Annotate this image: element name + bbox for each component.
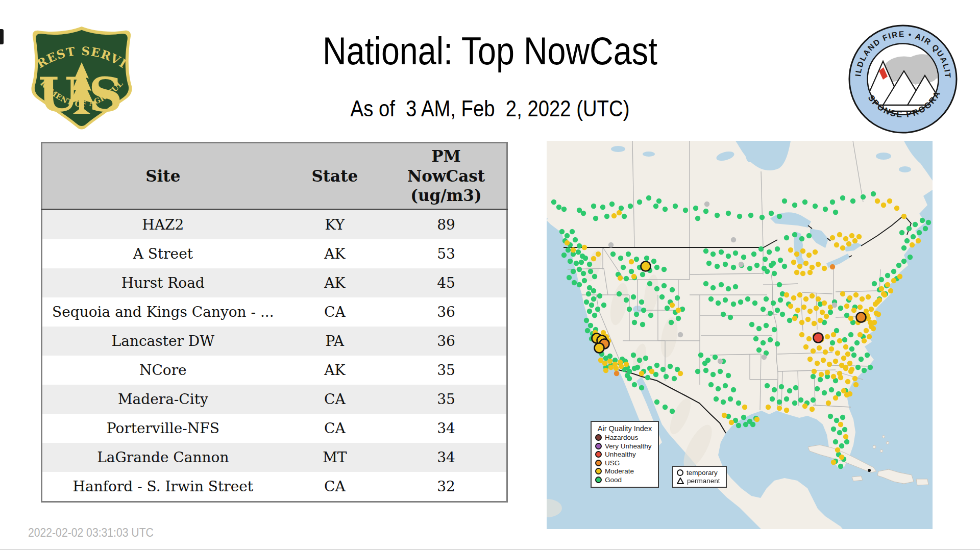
pm-value-cell: 36: [386, 297, 507, 327]
monitor-dot: [703, 248, 708, 254]
bottom-divider: [0, 549, 980, 550]
monitor-dot: [862, 368, 867, 373]
monitor-dot: [570, 229, 575, 234]
site-cell: Sequoia and Kings Canyon - ...: [42, 297, 284, 327]
monitor-dot: [747, 266, 752, 271]
monitor-dot: [787, 318, 792, 323]
monitor-dot: [647, 281, 652, 286]
column-header-state: State: [284, 143, 386, 210]
aqi-legend-label: USG: [605, 460, 620, 467]
monitor-dot: [678, 332, 683, 337]
monitor-dot: [834, 242, 839, 247]
monitor-dot: [646, 195, 651, 201]
monitor-dot: [703, 368, 708, 373]
monitor-dot: [601, 330, 606, 335]
monitor-dot: [596, 252, 601, 257]
monitor-dot: [788, 304, 793, 309]
monitor-dot: [741, 255, 746, 260]
monitor-dot: [761, 307, 766, 312]
monitor-dot: [565, 240, 570, 245]
state-cell: MT: [284, 443, 386, 472]
monitor-dot: [683, 208, 688, 213]
monitor-dot: [810, 407, 815, 412]
pm-value-cell: 35: [386, 356, 507, 385]
monitor-dot: [585, 328, 590, 333]
monitor-dot: [852, 238, 857, 243]
monitor-dot: [772, 271, 777, 276]
footer-timestamp: 2022-02-02 03:31:03 UTC: [28, 526, 154, 540]
monitor-dot: [797, 264, 802, 269]
monitor-dot: [693, 206, 698, 211]
monitor-dot: [868, 469, 871, 472]
state-cell: CA: [284, 385, 386, 414]
monitor-dot: [831, 374, 836, 379]
monitor-dot: [556, 205, 561, 210]
site-cell: Madera-City: [42, 385, 284, 414]
monitor-dot: [617, 210, 622, 215]
monitor-dot: [769, 211, 774, 216]
monitor-dot: [670, 303, 675, 308]
monitor-dot: [799, 332, 804, 337]
site-cell: A Street: [42, 239, 284, 268]
monitor-dot: [806, 336, 812, 341]
monitor-dot: [894, 206, 899, 211]
monitor-dot: [775, 246, 780, 252]
wfaqrp-ring-icon: WILDLAND FIRE • AIR QUALITY RESPONSE PRO…: [846, 22, 960, 136]
table-row: Hurst RoadAK45: [42, 268, 507, 297]
monitor-dot: [716, 300, 721, 306]
pm-value-cell: 35: [386, 385, 507, 414]
monitor-dot: [644, 256, 649, 261]
monitor-dot: [840, 195, 845, 201]
monitor-dot: [798, 397, 803, 403]
aqi-legend-item: USG: [595, 460, 654, 467]
table-row: Hanford - S. Irwin StreetCA32: [42, 472, 507, 502]
monitor-dot: [792, 232, 797, 237]
monitor-dot: [853, 292, 859, 297]
table-row: NCoreAK35: [42, 356, 507, 385]
monitor-dot: [663, 207, 668, 212]
top-site-marker: [814, 333, 823, 343]
monitor-dot: [676, 308, 681, 313]
monitor-dot: [703, 209, 708, 214]
monitor-dot: [782, 264, 787, 269]
monitor-dot: [864, 328, 869, 333]
aqi-legend-label: Good: [605, 477, 622, 484]
monitor-dot: [654, 286, 659, 291]
monitor-dot: [803, 344, 808, 349]
monitor-dot: [792, 400, 797, 406]
monitor-dot: [881, 203, 886, 208]
monitor-dot: [867, 334, 872, 339]
monitor-dot: [826, 400, 831, 406]
monitor-dot: [849, 346, 854, 352]
state-cell: CA: [284, 414, 386, 443]
monitor-dot: [799, 236, 804, 241]
monitor-dot: [831, 427, 836, 432]
monitor-dot: [743, 422, 748, 427]
monitor-dot: [891, 269, 896, 274]
pm-value-cell: 45: [386, 268, 507, 297]
monitor-dot: [797, 292, 802, 297]
monitor-dot: [561, 253, 567, 258]
pm-value-cell: 32: [386, 472, 507, 502]
top-site-marker: [641, 262, 651, 271]
monitor-dot: [847, 295, 852, 300]
monitor-dot: [588, 269, 593, 274]
monitor-dot: [632, 382, 637, 387]
monitor-dot: [777, 214, 782, 219]
monitor-dot: [624, 362, 629, 367]
monitor-dot: [806, 233, 812, 238]
monitor-dot: [601, 303, 606, 308]
monitor-dot: [822, 266, 827, 271]
monitor-dot: [698, 353, 703, 358]
monitor-dot: [728, 315, 733, 320]
state-cell: AK: [284, 356, 386, 385]
monitor-dot: [639, 299, 644, 305]
monitor-dot: [778, 258, 783, 263]
monitor-dot: [834, 418, 839, 423]
monitor-dot: [830, 235, 835, 240]
monitor-dot: [857, 305, 863, 310]
monitor-dot: [572, 280, 577, 285]
monitor-dot: [876, 312, 881, 317]
monitor-dot: [721, 312, 726, 317]
monitor-dot: [807, 309, 813, 314]
